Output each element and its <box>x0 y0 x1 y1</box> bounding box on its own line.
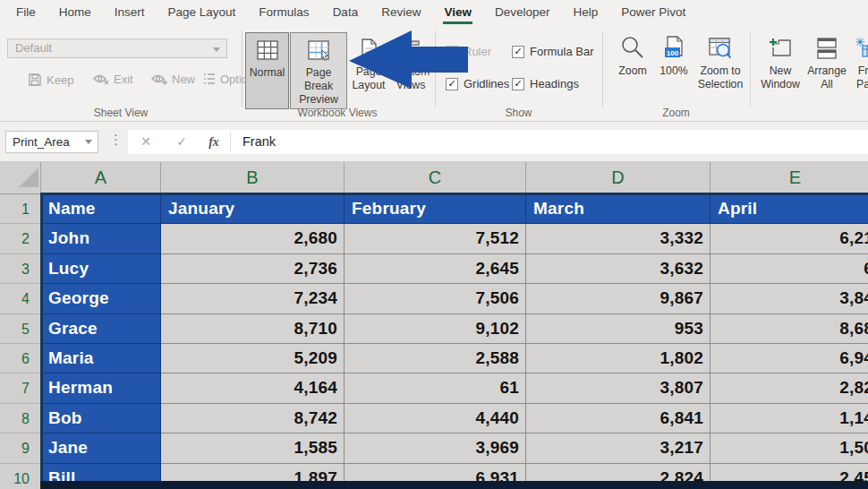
cell-name[interactable]: Jane <box>41 433 161 463</box>
cell-january[interactable]: 4,164 <box>161 373 345 403</box>
zoom-to-selection-button[interactable]: Zoom to Selection <box>694 32 746 91</box>
cell-name[interactable]: John <box>41 224 161 253</box>
cell-march[interactable]: 9,867 <box>526 284 711 313</box>
row-header[interactable]: 5 <box>0 314 41 344</box>
cell-name[interactable]: Maria <box>41 344 161 373</box>
row-header[interactable]: 10 <box>0 464 41 489</box>
cell-february[interactable]: 9,102 <box>345 314 526 344</box>
row-header[interactable]: 1 <box>0 194 41 224</box>
confirm-entry-icon[interactable]: ✓ <box>172 131 191 153</box>
cell-february[interactable]: 61 <box>345 373 526 403</box>
cell-march[interactable]: 3,632 <box>526 254 711 284</box>
cell-name[interactable]: Grace <box>41 314 161 344</box>
new-window-button[interactable]: New Window <box>757 32 804 91</box>
new-sheet-view-button[interactable]: New <box>150 72 195 86</box>
table-row: 4 George 7,234 7,506 9,867 3,84 <box>0 284 868 313</box>
keep-button[interactable]: Keep <box>27 72 73 88</box>
ribbon-tab[interactable]: View <box>432 0 483 27</box>
cell-name[interactable]: Herman <box>41 373 161 403</box>
eye-x-icon <box>92 72 110 86</box>
cell-february[interactable]: 7,512 <box>345 224 526 253</box>
cell-april[interactable]: 6,21 <box>711 224 868 253</box>
cell-february[interactable]: 4,440 <box>345 404 526 433</box>
column-header-e[interactable]: E <box>711 162 868 193</box>
ribbon-tab[interactable]: File <box>4 0 47 27</box>
cell-march[interactable]: 1,802 <box>526 344 711 373</box>
ribbon-tab[interactable]: Data <box>321 0 370 27</box>
page-break-preview-button[interactable]: Page Break Preview <box>290 32 347 109</box>
ribbon-tab[interactable]: Developer <box>483 0 562 27</box>
column-header-d[interactable]: D <box>526 162 711 193</box>
cell-march[interactable]: 3,217 <box>526 433 711 463</box>
cell-february-header[interactable]: February <box>345 194 526 224</box>
sheet-view-combobox[interactable]: Default <box>7 39 227 58</box>
cell-march[interactable]: 3,807 <box>526 373 711 403</box>
table-row: 7 Herman 4,164 61 3,807 2,82 <box>0 373 868 403</box>
cell-february[interactable]: 7,506 <box>345 284 526 313</box>
cell-january[interactable]: 8,710 <box>161 314 345 344</box>
list-options-icon <box>202 72 217 86</box>
select-all-corner[interactable] <box>0 162 41 193</box>
cell-name[interactable]: Lucy <box>41 254 161 284</box>
column-header-c[interactable]: C <box>345 162 526 193</box>
cell-april[interactable]: 6,94 <box>711 344 868 373</box>
row-header[interactable]: 8 <box>0 404 41 433</box>
cell-february[interactable]: 2,588 <box>345 344 526 373</box>
ribbon-tab[interactable]: Review <box>370 0 432 27</box>
cell-january[interactable]: 8,742 <box>161 404 345 433</box>
cell-name[interactable]: George <box>41 284 161 313</box>
cell-april[interactable]: 6 <box>711 254 868 284</box>
cell-march[interactable]: 3,332 <box>526 224 711 253</box>
zoom-button[interactable]: Zoom <box>612 32 653 78</box>
cell-january[interactable]: 2,680 <box>161 224 345 253</box>
freeze-panes-button[interactable]: ✳ Fre Pan <box>839 32 868 91</box>
row-header[interactable]: 6 <box>0 344 41 373</box>
row-header[interactable]: 7 <box>0 373 41 403</box>
row-header[interactable]: 4 <box>0 284 41 313</box>
headings-checkbox[interactable]: ✓ Headings <box>512 77 579 90</box>
ribbon-tab[interactable]: Home <box>47 0 103 27</box>
cell-april[interactable]: 8,68 <box>711 314 868 344</box>
cell-february[interactable]: 2,645 <box>345 254 526 284</box>
ribbon-tab[interactable]: Insert <box>103 0 157 27</box>
exit-sheet-view-button[interactable]: Exit <box>92 72 133 86</box>
cell-april[interactable]: 1,14 <box>711 404 868 433</box>
cell-january-header[interactable]: January <box>161 194 345 224</box>
formula-bar-checkbox[interactable]: ✓ Formula Bar <box>512 45 594 58</box>
freeze-panes-label: Fre <box>839 64 868 78</box>
cell-april[interactable]: 1,50 <box>711 433 868 463</box>
select-all-triangle-icon <box>19 167 38 187</box>
row-header[interactable]: 9 <box>0 433 41 463</box>
name-box[interactable]: Print_Area <box>5 131 98 153</box>
normal-view-button[interactable]: Normal <box>245 32 289 109</box>
cell-april-header[interactable]: April <box>711 194 868 224</box>
cell-february[interactable]: 3,969 <box>345 433 526 463</box>
ribbon-tab[interactable]: Power Pivot <box>609 0 697 27</box>
cancel-entry-icon[interactable]: ✕ <box>136 131 156 153</box>
cell-name[interactable]: Bob <box>41 404 161 433</box>
ribbon-tab[interactable]: Formulas <box>247 0 320 27</box>
ribbon-tab[interactable]: Help <box>562 0 610 27</box>
cell-january[interactable]: 2,736 <box>161 254 345 284</box>
cell-january[interactable]: 7,234 <box>161 284 345 313</box>
cell-april[interactable]: 3,84 <box>711 284 868 313</box>
cell-march[interactable]: 6,841 <box>526 404 711 433</box>
column-header-b[interactable]: B <box>161 162 345 193</box>
formula-bar-input[interactable]: Frank <box>243 131 276 153</box>
table-row: 9 Jane 1,585 3,969 3,217 1,50 <box>0 433 868 463</box>
group-divider <box>750 30 751 107</box>
cell-january[interactable]: 5,209 <box>161 344 345 373</box>
column-header-a[interactable]: A <box>41 162 161 193</box>
cell-name-header[interactable]: Name <box>41 194 161 224</box>
table-row: 5 Grace 8,710 9,102 953 8,68 <box>0 314 868 344</box>
cell-march-header[interactable]: March <box>526 194 711 224</box>
checkbox-checked-icon: ✓ <box>512 46 524 58</box>
insert-function-icon[interactable]: fx <box>204 131 224 153</box>
ribbon-tab[interactable]: Page Layout <box>157 0 248 27</box>
cell-january[interactable]: 1,585 <box>161 433 345 463</box>
cell-april[interactable]: 2,82 <box>711 373 868 403</box>
row-header[interactable]: 2 <box>0 224 41 253</box>
row-header[interactable]: 3 <box>0 254 41 284</box>
zoom-100-button[interactable]: 100 100% <box>654 32 694 78</box>
cell-march[interactable]: 953 <box>526 314 711 344</box>
